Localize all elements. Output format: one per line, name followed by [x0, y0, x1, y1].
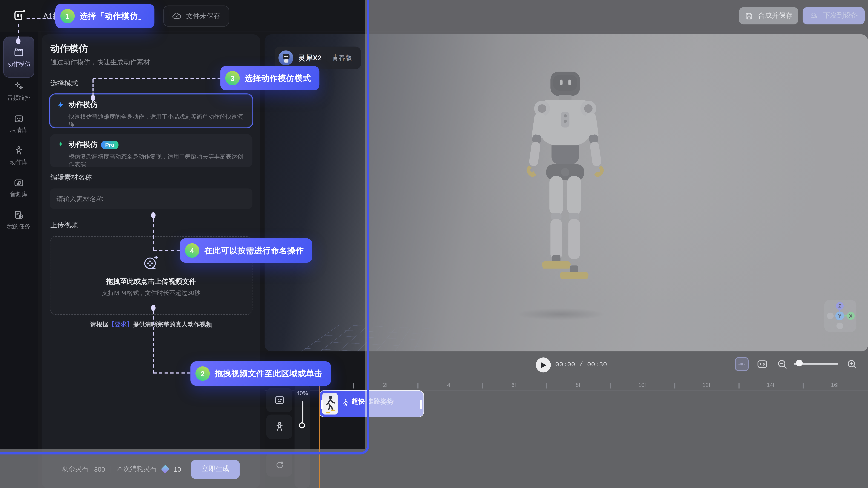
ruler-label: 8f [576, 382, 580, 388]
ruler-label: 6f [511, 382, 516, 388]
sidebar-item-audio-library[interactable]: 音频库 [0, 177, 38, 198]
mode-card-pro[interactable]: 动作模仿 Pro 模仿复杂高精度高动态全身动作复现，适用于舞蹈功夫等丰富表达创作… [50, 134, 252, 167]
sidebar-item-label: 音频编排 [7, 94, 30, 102]
gizmo-minus-z[interactable] [837, 322, 843, 329]
gizmo-x[interactable]: X [847, 312, 855, 320]
cost-value: 10 [174, 465, 181, 473]
tutorial-step-2[interactable]: 2 拖拽视频文件至此区域或单击 [190, 361, 331, 386]
step-number: 1 [60, 9, 75, 23]
ruler-tick [674, 383, 675, 389]
tutorial-step-1[interactable]: 1 选择「动作模仿」 [55, 4, 154, 28]
connector-3-h [93, 78, 221, 79]
sidebar-item-expression-library[interactable]: 表情库 [0, 113, 38, 134]
zoom-out-button[interactable] [776, 358, 788, 370]
timeline-clip[interactable]: 超快 走路姿势 [319, 390, 424, 417]
play-icon [541, 362, 546, 368]
deploy-device-button[interactable]: 下发到设备 [803, 7, 865, 24]
connector-2-v [153, 311, 154, 373]
ruler-tick [417, 383, 418, 389]
step-number: 4 [185, 243, 199, 258]
robot-edition: 青春版 [332, 53, 352, 62]
sidebar-item-my-tasks[interactable]: 我的任务 [0, 209, 38, 231]
ruler-label: 4f [447, 382, 452, 388]
track-zoom-rail[interactable] [302, 401, 303, 424]
track-zoom-knob[interactable] [299, 422, 305, 428]
track-zoom-value: 40% [294, 390, 310, 396]
ruler-tick [546, 383, 547, 389]
sidebar-item-audio-arrange[interactable]: 音频编排 [0, 81, 38, 102]
pro-badge: Pro [101, 141, 118, 149]
walking-icon [341, 398, 349, 407]
gizmo-z[interactable]: Z [836, 302, 844, 310]
gizmo-minus-x[interactable] [827, 313, 834, 319]
tutorial-step-4[interactable]: 4 在此可以按需进行命名操作 [180, 238, 312, 263]
clip-trim-left[interactable] [321, 400, 323, 409]
app-logo-icon[interactable] [12, 8, 28, 23]
face-wink-icon [273, 394, 285, 406]
motion-track-button[interactable] [266, 414, 292, 439]
chip-divider [327, 54, 327, 62]
cloud-unsaved-icon [172, 11, 182, 21]
sidebar-item-label: 音频库 [10, 191, 28, 198]
connector-3-dot [91, 95, 95, 101]
star-icon [56, 141, 65, 149]
mode-title: 动作模仿 [69, 140, 97, 149]
expression-track-button[interactable] [266, 388, 292, 412]
timeline-ruler[interactable]: 2f4f6f8f10f12f14f16f [265, 381, 868, 390]
step-text: 在此可以按需进行命名操作 [204, 245, 304, 256]
screen: 灵犀X2 青春版 40% 2f4f6f8f10f12f14f16f 超快 走路姿… [0, 0, 868, 488]
robot-download-icon [809, 11, 819, 21]
save-icon [745, 11, 753, 20]
balance-label: 剩余灵石 [62, 464, 89, 474]
material-name-input[interactable] [50, 189, 252, 209]
step-text: 选择动作模仿模式 [245, 73, 311, 83]
clip-label-left: 超快 [351, 397, 365, 406]
tutorial-step-3[interactable]: 3 选择动作模仿模式 [220, 66, 319, 90]
ruler-label: 10f [638, 382, 646, 388]
connector-3-v [93, 79, 94, 96]
film-reel-icon [142, 254, 160, 271]
tasks-icon [13, 209, 24, 221]
sidebar-item-label: 表情库 [10, 126, 28, 134]
ruler-label: 14f [767, 382, 775, 388]
ruler-label: 16f [831, 382, 839, 388]
panel-subtitle: 通过动作模仿，快速生成动作素材 [51, 58, 150, 67]
sparkles-icon [13, 81, 24, 92]
fit-timeline-button[interactable] [756, 358, 768, 370]
sidebar-item-label: 动作模仿 [7, 60, 30, 68]
gem-icon [161, 465, 169, 473]
upload-requirement-note: 请根据【要求】提供清晰完整的真人动作视频 [0, 320, 302, 328]
name-section-label: 编辑素材名称 [51, 173, 92, 182]
connector-1-v [18, 24, 19, 39]
requirement-link[interactable]: 【要求】 [108, 321, 133, 328]
balance-value: 300 [94, 465, 105, 473]
axis-gizmo[interactable]: Z Y X [824, 300, 856, 332]
mode-desc: 模仿复杂高精度高动态全身动作复现，适用于舞蹈功夫等丰富表达创作表演 [69, 152, 246, 168]
connector-1-h [27, 18, 56, 19]
mode-card-standard[interactable]: 动作模仿 快速模仿普通难度的全身动作，适用于小品戏剧等简单动作的快速演绎 [50, 94, 252, 127]
ruler-tick [803, 383, 804, 389]
file-status-label: 文件未保存 [186, 11, 221, 21]
generate-button[interactable]: 立即生成 [191, 460, 240, 479]
playhead[interactable] [319, 381, 320, 488]
ruler-tick [610, 383, 611, 389]
person-icon [13, 145, 24, 156]
play-button[interactable] [536, 357, 551, 372]
gizmo-y[interactable]: Y [835, 311, 844, 320]
clip-trim-right[interactable] [420, 400, 422, 409]
timeline-zoom-knob[interactable] [796, 360, 803, 367]
robot-name: 灵犀X2 [298, 53, 321, 63]
zoom-in-button[interactable] [846, 358, 858, 370]
ruler-tick [739, 383, 739, 389]
sidebar-item-label: 动作库 [10, 159, 28, 166]
sidebar-item-motion-library[interactable]: 动作库 [0, 145, 38, 166]
mode-title: 动作模仿 [69, 100, 97, 110]
file-status-button[interactable]: 文件未保存 [163, 5, 229, 27]
sidebar-item-label: 我的任务 [7, 223, 30, 231]
generate-footer: 剩余灵石 300 本次消耗灵石 10 立即生成 [41, 459, 260, 479]
clip-thumbnail [322, 393, 338, 414]
save-compose-button[interactable]: 合成并保存 [739, 7, 798, 24]
step-number: 2 [195, 366, 210, 381]
step-number: 3 [225, 71, 240, 85]
step-text: 拖拽视频文件至此区域或单击 [215, 368, 323, 379]
